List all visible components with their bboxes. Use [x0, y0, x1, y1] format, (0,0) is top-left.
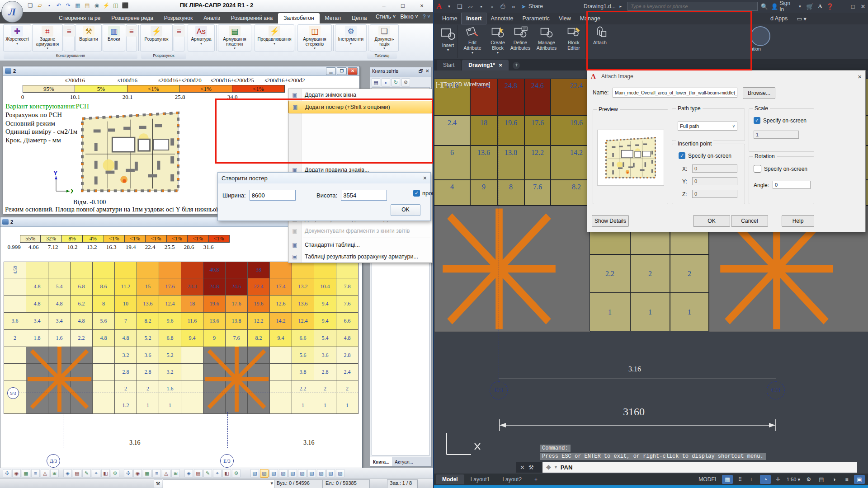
tree-icon[interactable]: ▤: [372, 78, 380, 87]
angle-input[interactable]: 0: [773, 181, 811, 189]
ribbon-button-mini[interactable]: ≡: [64, 24, 75, 52]
acad-tab-featured-apps-partial[interactable]: d Apps: [766, 13, 792, 24]
edit-attribute-button[interactable]: Edit Attribute▾: [460, 25, 485, 55]
lira-tab-6[interactable]: Залізобетон: [278, 13, 319, 23]
toolbar-icon[interactable]: ◬: [162, 469, 170, 478]
layout-tab-model[interactable]: Model: [436, 474, 464, 484]
view-cube-icon[interactable]: ▧: [279, 469, 288, 478]
file-tab-2[interactable]: Drawing1*✕: [462, 60, 509, 70]
acad-maximize-button[interactable]: □: [849, 2, 857, 11]
command-tools-icon[interactable]: ⚒: [528, 464, 534, 471]
acad-tab-annotate[interactable]: Annotate: [486, 13, 518, 24]
toolbar-icon[interactable]: ⚙: [111, 469, 119, 478]
cancel-button[interactable]: Cancel: [731, 215, 768, 227]
define-attributes-button[interactable]: Define Attributes: [508, 25, 533, 51]
lira-tab-7[interactable]: Метал: [320, 13, 346, 23]
scale-selector[interactable]: 1:50 ▾: [787, 477, 800, 483]
panel-restore-icon[interactable]: 🗗: [419, 68, 424, 76]
lira-tab-4[interactable]: Аналіз: [198, 13, 225, 23]
lira-tab-1[interactable]: Створення та ре: [53, 13, 106, 23]
toolbar-icon[interactable]: ≡: [31, 469, 40, 478]
command-close-icon[interactable]: ✕: [520, 464, 525, 471]
panel-close-icon[interactable]: ✕: [425, 68, 429, 76]
toolbar-icon[interactable]: ▦: [143, 469, 151, 478]
toolbar-icon[interactable]: ✣: [124, 469, 132, 478]
geolocation-icon[interactable]: [750, 26, 770, 46]
toolbar-icon[interactable]: ≡: [152, 469, 161, 478]
save-icon[interactable]: ▪: [382, 78, 390, 87]
view-cube-icon[interactable]: ▧: [326, 469, 335, 478]
view-cube-icon[interactable]: ▧: [288, 469, 297, 478]
toolbar-icon[interactable]: ◉: [12, 469, 21, 478]
manage-attributes-button[interactable]: Manage Attributes: [534, 25, 559, 51]
image-name-combobox[interactable]: Main_mode_Overall_area_of_lower_(for_wal…: [613, 88, 737, 98]
z-input[interactable]: 0: [692, 190, 737, 198]
toolbar-icon[interactable]: ⚙: [232, 469, 241, 478]
insert-button[interactable]: Insert▾: [438, 25, 458, 52]
menu-item[interactable]: ▣Стандартні таблиці...: [288, 239, 432, 251]
block-editor-button[interactable]: Block Editor: [561, 25, 586, 51]
save-as-icon[interactable]: ▫: [488, 2, 497, 11]
menu-item[interactable]: ▣Таблиці результатів розрахунку арматури…: [288, 251, 432, 263]
hammer-icon[interactable]: ⚒: [154, 479, 162, 488]
search-input[interactable]: [627, 2, 758, 11]
settings-gear-icon[interactable]: ⚙: [803, 475, 814, 484]
toolbar-icon[interactable]: ⊞: [50, 469, 59, 478]
autodesk-a-icon[interactable]: A: [816, 2, 824, 11]
menu-item[interactable]: ▣Документувати фрагменти з книги звітів: [288, 225, 432, 237]
scale-input[interactable]: 1: [754, 131, 799, 139]
view-cube-icon[interactable]: ▧: [317, 469, 326, 478]
search-icon[interactable]: 🔍: [760, 2, 769, 11]
toolbar-icon[interactable]: ◬: [41, 469, 49, 478]
attach-button[interactable]: Attach: [588, 25, 612, 45]
ribbon-collapse-icon[interactable]: ▭ ▾: [792, 13, 811, 24]
viewport-controls-label[interactable]: [−][Top][2D Wireframe]: [436, 81, 490, 88]
poster-dialog-close-icon[interactable]: ×: [423, 174, 427, 182]
isolate-icon[interactable]: ▣: [854, 475, 865, 484]
report-tab-1[interactable]: Книга...: [370, 457, 392, 466]
show-details-button[interactable]: Show Details: [592, 215, 629, 227]
share-button[interactable]: Share: [528, 3, 543, 9]
workspace-icon[interactable]: ◑: [829, 475, 840, 484]
annotation-icon[interactable]: ▤: [816, 475, 827, 484]
lira-maximize-button[interactable]: □: [393, 0, 412, 11]
file-tab-1[interactable]: Start: [437, 60, 461, 70]
snap-mode-icon[interactable]: ⠿: [735, 475, 745, 484]
ribbon-button-армування-пластин[interactable]: ▤Армування пластин▾: [218, 24, 251, 52]
command-dropdown-icon[interactable]: ▼: [554, 465, 558, 469]
report-tab-2[interactable]: Актуал...: [392, 457, 415, 466]
open-folder-icon[interactable]: ▱: [466, 2, 475, 11]
y-input[interactable]: 0: [692, 177, 737, 185]
x-input[interactable]: 0: [692, 164, 737, 173]
toolbar-icon[interactable]: ✎: [82, 469, 91, 478]
customize-icon[interactable]: ≡: [841, 475, 852, 484]
lira-menu-1[interactable]: Стиль ˅: [376, 14, 396, 20]
ribbon-button-інструменти[interactable]: ⚙Інструменти▾: [335, 24, 367, 52]
more-tools-icon[interactable]: »: [509, 2, 518, 11]
create-block-button[interactable]: Create Block▾: [486, 25, 510, 55]
logo-dropdown-icon[interactable]: ▼: [445, 2, 453, 11]
insertion-specify-checkbox[interactable]: ✓: [679, 152, 685, 159]
window1-close-button[interactable]: ✕: [348, 67, 358, 75]
refresh-icon[interactable]: ↻: [392, 78, 400, 87]
toolbar-icon[interactable]: ✎: [203, 469, 212, 478]
lira-app-logo-icon[interactable]: Л: [1, 1, 23, 23]
lira-menu-2[interactable]: Вікно ˅: [400, 14, 418, 20]
view-cube-icon[interactable]: ▧: [336, 469, 344, 478]
acad-close-button[interactable]: ✕: [859, 2, 867, 11]
ribbon-button-армування-стержнів[interactable]: ◫Армування стержнів▾: [297, 24, 332, 52]
layout-tab-layout1[interactable]: Layout1: [464, 474, 496, 484]
menu-item[interactable]: ▣Додати знімок вікна: [288, 89, 432, 101]
lira-tab-5[interactable]: Розширений ана: [226, 13, 278, 23]
path-type-select[interactable]: Full path∨: [678, 122, 737, 131]
window1-minimize-button[interactable]: ▁: [326, 67, 336, 75]
attach-dialog-close-icon[interactable]: ×: [858, 73, 862, 80]
grid-icon[interactable]: ▦: [722, 475, 733, 484]
view-cube-icon[interactable]: ▧: [269, 469, 278, 478]
ribbon-button-mini[interactable]: ≡: [174, 24, 184, 52]
acad-tab-view[interactable]: View: [554, 13, 576, 24]
toolbar-icon[interactable]: ◈: [63, 469, 72, 478]
app-store-cart-icon[interactable]: 🛒: [806, 2, 814, 11]
layout-tab-layout2[interactable]: Layout2: [496, 474, 528, 484]
view-cube-icon[interactable]: ▧: [250, 469, 259, 478]
